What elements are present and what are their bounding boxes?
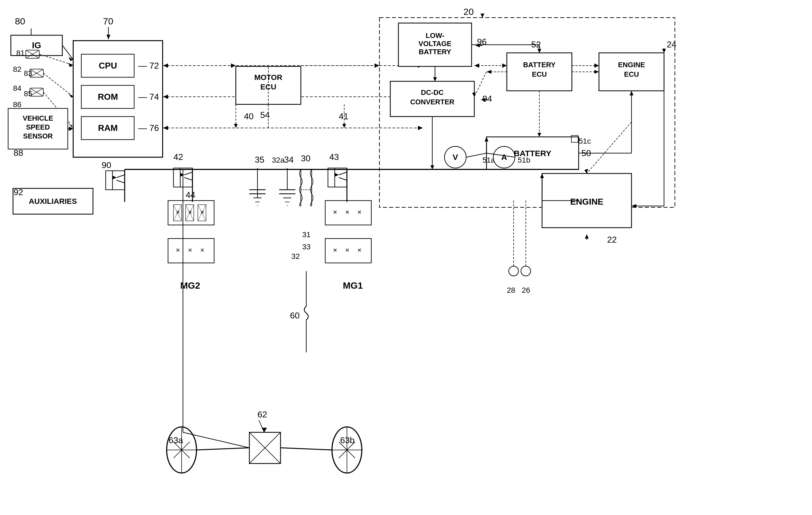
label-lvb-3: BATTERY <box>419 48 451 56</box>
label-84: 84 <box>13 84 21 92</box>
label-51b: 51b <box>518 156 530 164</box>
svg-text:✕: ✕ <box>345 247 350 253</box>
label-41: 41 <box>339 111 349 121</box>
label-86: 86 <box>13 100 21 109</box>
label-dcdc-1: DC-DC <box>421 88 444 96</box>
label-engine-ecu-1: ENGINE <box>618 61 645 69</box>
label-60: 60 <box>290 311 300 320</box>
label-voltmeter: V <box>453 152 458 162</box>
label-22: 22 <box>607 235 617 245</box>
label-80: 80 <box>15 16 25 26</box>
label-81: 81 <box>16 49 25 57</box>
label-32a: 32a <box>272 156 285 164</box>
svg-text:✕: ✕ <box>345 209 350 215</box>
label-33: 33 <box>302 242 311 251</box>
label-83: 83 <box>24 69 32 78</box>
svg-text:✕: ✕ <box>357 247 362 253</box>
label-74: — 74 <box>138 92 159 102</box>
label-31: 31 <box>302 230 311 239</box>
label-vehicle-speed-1: VEHICLE <box>23 114 53 122</box>
label-mg1: MG1 <box>343 280 363 291</box>
label-vehicle-speed-2: SPEED <box>26 123 50 131</box>
transistor-90 <box>106 171 125 190</box>
label-62: 62 <box>258 409 267 419</box>
label-90: 90 <box>102 160 111 170</box>
label-32: 32 <box>291 252 300 260</box>
label-engine: ENGINE <box>570 197 604 206</box>
label-ram: RAM <box>98 123 118 133</box>
label-rom: ROM <box>98 92 118 102</box>
label-44: 44 <box>186 190 195 200</box>
label-63a: 63a <box>169 435 183 445</box>
label-88: 88 <box>13 148 23 158</box>
label-82: 82 <box>13 65 21 74</box>
svg-text:✕: ✕ <box>176 247 180 253</box>
label-85: 85 <box>24 89 32 98</box>
label-lvb-1: LOW- <box>426 31 444 39</box>
svg-text:✕: ✕ <box>200 247 205 253</box>
label-24: 24 <box>667 39 676 49</box>
label-43: 43 <box>329 152 339 162</box>
svg-text:✕: ✕ <box>176 209 180 215</box>
label-battery-ecu-2: ECU <box>532 70 547 78</box>
label-vehicle-speed-3: SENSOR <box>23 132 53 140</box>
label-26: 26 <box>522 286 530 294</box>
sensor-26 <box>521 266 531 276</box>
label-ig: IG <box>32 40 41 50</box>
label-34: 34 <box>284 155 294 165</box>
label-20: 20 <box>463 6 474 17</box>
label-35: 35 <box>255 155 264 165</box>
label-76: — 76 <box>138 123 159 133</box>
label-engine-ecu-2: ECU <box>624 70 639 78</box>
label-dcdc-2: CONVERTER <box>410 98 454 106</box>
label-40: 40 <box>244 111 254 121</box>
svg-text:✕: ✕ <box>333 209 338 215</box>
label-54: 54 <box>260 110 270 120</box>
label-70: 70 <box>103 16 113 26</box>
label-30: 30 <box>301 153 311 163</box>
label-ammeter: A <box>501 152 507 162</box>
label-cpu: CPU <box>99 61 117 70</box>
svg-text:✕: ✕ <box>333 247 338 253</box>
label-63b: 63b <box>340 435 354 445</box>
transistor-43 <box>328 168 347 187</box>
label-28: 28 <box>507 286 515 294</box>
label-42: 42 <box>173 152 183 162</box>
label-auxiliaries: AUXILIARIES <box>29 197 77 205</box>
diagram-container: 80 70 IG CPU — 72 ROM — 74 RAM — 76 81 <box>0 0 812 515</box>
sensor-28 <box>509 266 519 276</box>
svg-text:✕: ✕ <box>188 247 193 253</box>
label-92: 92 <box>13 187 23 197</box>
label-lvb-2: VOLTAGE <box>418 39 452 48</box>
svg-text:✕: ✕ <box>357 209 362 215</box>
svg-text:✕: ✕ <box>188 209 193 215</box>
label-51c: 51c <box>579 137 591 145</box>
svg-text:✕: ✕ <box>200 209 205 215</box>
label-battery-ecu-1: BATTERY <box>523 61 556 69</box>
main-diagram-svg: 80 70 IG CPU — 72 ROM — 74 RAM — 76 81 <box>0 0 812 515</box>
label-72: — 72 <box>138 61 159 70</box>
